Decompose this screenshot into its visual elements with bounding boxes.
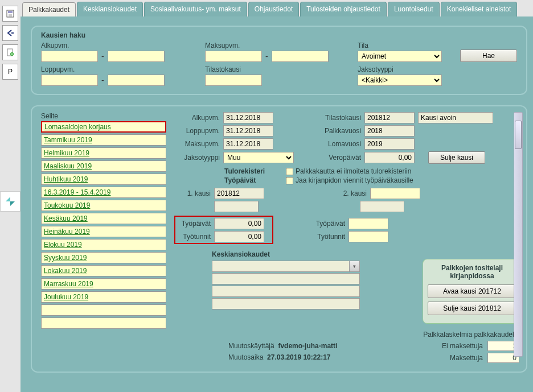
tilastokausi-label: Tilastokausi [205,65,346,73]
kausi2-label: 2. kausi [334,189,367,197]
alkupvm-label: Alkupvm. [41,42,194,49]
dash: - [264,52,269,61]
tab-luontoisedut[interactable]: Luontoisedut [388,2,440,16]
save-icon[interactable] [2,6,18,22]
tab-palkkakaudet[interactable]: Palkkakaudet [22,2,76,17]
maksettuja-label: Maksettuja [450,354,483,362]
status-value: Kausi avoin [418,112,493,123]
keskians-select[interactable]: ▾ [212,261,360,272]
muutoskayttaja-label: Muutoskäyttäjä [228,342,274,350]
loppupvm-from-input[interactable] [41,75,98,86]
selite-header: Selite [41,112,166,120]
alkupvm-from-input[interactable] [41,51,98,62]
tila-select[interactable]: Avoimet [358,51,442,62]
list-item[interactable]: . [41,304,166,316]
kausi1-label: 1. kausi [178,189,211,197]
loppupvm-to-input[interactable] [108,75,165,86]
list-item[interactable]: Toukokuu 2019 [41,200,166,211]
alkupvm-to-input[interactable] [108,51,165,62]
list-item[interactable]: 16.3.2019 - 15.4.2019 [41,187,166,198]
veropaivat-label: Veropäivät [312,154,361,162]
tilastokausi-label: Tilastokausi [312,114,361,122]
tulorekisteri-cb-label: Palkkakautta ei ilmoiteta tulorekisterii… [296,167,411,175]
loppupvm-label: Loppupvm. [41,65,194,73]
jaksotyyppi-select[interactable]: <Kaikki> [358,75,442,86]
muutosaika-value: 27.03.2019 10:22:17 [267,353,330,361]
list-item[interactable]: Joulukuu 2019 [41,291,166,303]
new-icon[interactable] [2,44,18,60]
tositelaji-title: Palkkojen tositelaji kirjanpidossa [428,264,516,280]
stats-area: Palkkalaskelmia palkkakaudella Ei makset… [423,331,519,365]
list-item[interactable]: Syyskuu 2019 [41,252,166,263]
search-title: Kausien haku [41,31,517,39]
jaksotyyppi-label: Jaksotyyppi [358,65,449,73]
list-item[interactable]: Lokakuu 2019 [41,265,166,277]
alkupvm-value: 31.12.2018 [223,112,273,123]
list-item[interactable]: Heinäkuu 2019 [41,226,166,237]
tilastokausi-input[interactable] [205,75,262,86]
list-item[interactable]: Maaliskuu 2019 [41,160,166,172]
maksupvm-label: Maksupvm. [178,140,220,148]
list-item[interactable]: Tammikuu 2019 [41,134,166,146]
kausi2-sub [360,201,404,212]
tyopaivat-checkbox[interactable] [286,177,293,184]
lomavuosi-label: Lomavuosi [312,140,361,148]
list-item[interactable]: Elokuu 2019 [41,239,166,250]
tab-tulosteiden[interactable]: Tulosteiden ohjaustiedot [300,2,387,16]
svg-rect-1 [8,11,13,13]
veropaivat-value: 0,00 [364,152,415,163]
dash: - [100,76,105,85]
footer-info: Muutoskäyttäjä fvdemo-juha-matti Muutosa… [228,342,337,365]
kausi2-input[interactable] [370,188,420,199]
list-item[interactable]: Marraskuu 2019 [41,278,166,290]
tab-keskiansiokaudet[interactable]: Keskiansiokaudet [77,2,143,16]
keskians-title: Keskiansiokaudet [212,250,517,258]
maksupvm-from-input[interactable] [205,51,262,62]
keskians-item [212,298,360,310]
scrollbar[interactable] [514,112,523,357]
sulje-kausi-button[interactable]: Sulje kausi [428,151,485,164]
tyotunnit2-label: Työtunnit [312,233,345,241]
loppupvm-label: Loppupvm. [178,127,220,135]
ei-maksettuja-label: Ei maksettuja [442,342,483,350]
jaksotyyppi-select-detail[interactable]: Muu [223,152,294,163]
tulorekisteri-checkbox[interactable] [286,168,293,175]
tyopaivat-title: Työpäivät [224,176,281,184]
kausi1-sub [214,201,259,212]
tilastokausi-value: 201812 [364,112,415,123]
kausi1-value: 201812 [214,188,264,199]
svg-rect-2 [9,14,12,16]
list-item[interactable]: Helmikuu 2019 [41,147,166,159]
tositelaji-box: Palkkojen tositelaji kirjanpidossa Avaa … [423,259,522,324]
avaa-kausi-button[interactable]: Avaa kausi 201712 [428,284,516,298]
tab-sosiaalivakuutus[interactable]: Sosiaalivakuutus- ym. maksut [144,2,247,16]
alkupvm-label: Alkupvm. [178,114,220,122]
back-icon[interactable] [2,25,18,41]
loppupvm-value: 31.12.2018 [223,125,273,137]
stats-title: Palkkalaskelmia palkkakaudella [423,331,519,339]
list-item[interactable]: Kesäkuu 2019 [41,213,166,224]
tab-bar: Palkkakaudet Keskiansiokaudet Sosiaaliva… [20,0,533,16]
tyotunnit2-input[interactable] [348,231,388,242]
tab-konekieliset[interactable]: Konekieliset aineistot [441,2,518,16]
palkkavuosi-value: 2018 [364,125,415,137]
jaksotyyppi-label: Jaksotyyppi [178,154,220,162]
maksupvm-to-input[interactable] [272,51,329,62]
p-button[interactable]: P [2,64,18,80]
tyopaivat2-input[interactable] [348,218,388,229]
tab-ohjaustiedot[interactable]: Ohjaustiedot [248,2,299,16]
tila-label: Tila [358,42,449,49]
scroll-thumb[interactable] [515,121,522,149]
search-panel: Kausien haku Alkupvm. - Maksupvm. [31,26,527,95]
tulorekisteri-title: Tulorekisteri [224,167,281,175]
muutoskayttaja-value: fvdemo-juha-matti [278,342,337,350]
list-item[interactable]: Huhtikuu 2019 [41,174,166,185]
hae-button[interactable]: Hae [460,49,517,62]
sulje-kausi-button-2[interactable]: Sulje kausi 201812 [428,302,516,315]
left-toolbar: P [0,0,20,392]
chevron-down-icon: ▾ [349,261,359,271]
list-item[interactable]: Lomasaldojen korjaus [41,121,166,133]
highlight-box [174,216,273,244]
list-item[interactable]: . [41,317,166,329]
maksupvm-value: 31.12.2018 [223,138,273,150]
